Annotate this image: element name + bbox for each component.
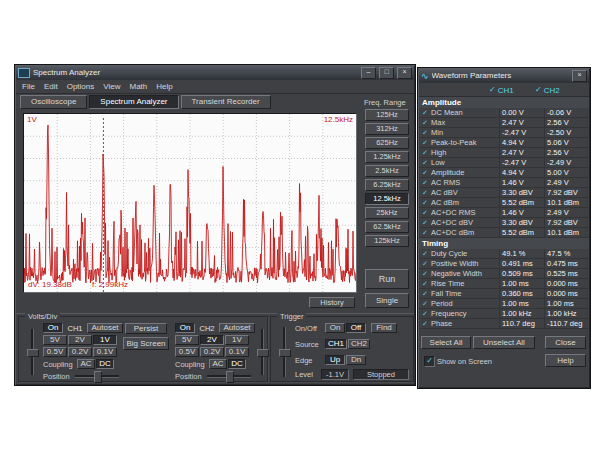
param-row-peak-to-peak[interactable]: ✓Peak-to-Peak4.94 V5.06 V xyxy=(419,138,589,148)
trigger-level-slider[interactable] xyxy=(279,327,289,377)
ch2-autoset-button[interactable]: Autoset xyxy=(219,323,255,333)
param-row-amplitude[interactable]: ✓Amplitude4.94 V5.00 V xyxy=(419,168,589,178)
ch2-volts-5v[interactable]: 5V xyxy=(175,335,199,345)
run-button[interactable]: Run xyxy=(365,269,409,289)
ch1-volts-0-1v[interactable]: 0.1V xyxy=(93,347,117,357)
param-row-ac-dbm[interactable]: ✓AC dBm5.52 dBm10.1 dBm xyxy=(419,198,589,208)
menu-options[interactable]: Options xyxy=(67,82,95,91)
unselect-all-button[interactable]: Unselect All xyxy=(473,336,535,349)
ch2-position-slider[interactable] xyxy=(207,371,251,381)
ch2-volts-0-2v[interactable]: 0.2V xyxy=(200,347,224,357)
ch2-coupling-ac[interactable]: AC xyxy=(209,359,227,369)
ch1-check-icon[interactable]: ✓ xyxy=(489,86,496,94)
ch2-volts-1v[interactable]: 1V xyxy=(225,335,249,345)
freq-range-125hz[interactable]: 125Hz xyxy=(365,109,409,121)
history-button[interactable]: History xyxy=(309,297,355,308)
param-check-icon[interactable]: ✓ xyxy=(419,199,431,207)
params-titlebar[interactable]: ∿ Waveform Parameters × xyxy=(419,69,589,83)
param-row-ac-dc-dbv[interactable]: ✓AC+DC dBV3.30 dBV7.92 dBV xyxy=(419,218,589,228)
param-row-period[interactable]: ✓Period1.00 ms1.00 ms xyxy=(419,299,589,309)
maximize-icon[interactable]: □ xyxy=(379,67,394,79)
trigger-find-button[interactable]: Find xyxy=(371,323,397,333)
trigger-on-button[interactable]: On xyxy=(325,323,345,333)
param-check-icon[interactable]: ✓ xyxy=(419,109,431,117)
param-check-icon[interactable]: ✓ xyxy=(419,260,431,268)
trigger-edge-up-button[interactable]: Up xyxy=(325,355,345,365)
help-button[interactable]: Help xyxy=(545,354,586,367)
param-check-icon[interactable]: ✓ xyxy=(419,209,431,217)
freq-range-62-5khz[interactable]: 62.5kHz xyxy=(365,221,409,233)
freq-range-125khz[interactable]: 125kHz xyxy=(365,235,409,247)
freq-range-312hz[interactable]: 312Hz xyxy=(365,123,409,135)
freq-range-1-25khz[interactable]: 1.25kHz xyxy=(365,151,409,163)
ch1-volts-5v[interactable]: 5V xyxy=(43,335,67,345)
param-check-icon[interactable]: ✓ xyxy=(419,219,431,227)
param-check-icon[interactable]: ✓ xyxy=(419,290,431,298)
show-on-screen-checkbox[interactable]: ✓ xyxy=(424,356,435,367)
menu-math[interactable]: Math xyxy=(129,82,147,91)
ch1-volts-1v[interactable]: 1V xyxy=(93,335,117,345)
close-icon[interactable]: × xyxy=(397,67,412,79)
tab-spectrum-analyzer[interactable]: Spectrum Analyzer xyxy=(89,95,178,109)
ch1-volts-2v[interactable]: 2V xyxy=(68,335,92,345)
param-row-ac-dc-rms[interactable]: ✓AC+DC RMS1.46 V2.49 V xyxy=(419,208,589,218)
ch1-coupling-dc[interactable]: DC xyxy=(96,359,114,369)
trigger-edge-dn-button[interactable]: Dn xyxy=(346,355,366,365)
param-row-ac-rms[interactable]: ✓AC RMS1.46 V2.49 V xyxy=(419,178,589,188)
param-row-positive-width[interactable]: ✓Positive Width0.491 ms0.475 ms xyxy=(419,259,589,269)
ch2-volts-2v[interactable]: 2V xyxy=(200,335,224,345)
tab-transient-recorder[interactable]: Transient Recorder xyxy=(181,95,271,109)
ch2-coupling-dc[interactable]: DC xyxy=(228,359,246,369)
menu-file[interactable]: File xyxy=(22,82,35,91)
tab-oscilloscope[interactable]: Oscilloscope xyxy=(20,95,87,109)
param-check-icon[interactable]: ✓ xyxy=(419,229,431,237)
param-row-rise-time[interactable]: ✓Rise Time1.00 ms0.000 ms xyxy=(419,279,589,289)
ch1-volts-0-5v[interactable]: 0.5V xyxy=(43,347,67,357)
param-row-min[interactable]: ✓Min-2.47 V-2.50 V xyxy=(419,128,589,138)
param-check-icon[interactable]: ✓ xyxy=(419,189,431,197)
params-close-icon[interactable]: × xyxy=(572,70,587,82)
param-check-icon[interactable]: ✓ xyxy=(419,159,431,167)
trigger-source-ch2-button[interactable]: CH2 xyxy=(348,339,370,349)
ch2-position-vslider[interactable] xyxy=(257,329,267,375)
trigger-source-ch1-button[interactable]: CH1 xyxy=(325,339,347,349)
param-check-icon[interactable]: ✓ xyxy=(419,119,431,127)
close-button[interactable]: Close xyxy=(545,336,586,349)
select-all-button[interactable]: Select All xyxy=(421,336,471,349)
minimize-icon[interactable]: – xyxy=(361,67,376,79)
single-button[interactable]: Single xyxy=(365,293,409,308)
ch1-position-vslider[interactable] xyxy=(27,329,37,375)
menu-view[interactable]: View xyxy=(103,82,120,91)
param-row-frequency[interactable]: ✓Frequency1.00 kHz1.00 kHz xyxy=(419,309,589,319)
param-check-icon[interactable]: ✓ xyxy=(419,169,431,177)
param-row-phase[interactable]: ✓Phase110.7 deg-110.7 deg xyxy=(419,319,589,329)
param-check-icon[interactable]: ✓ xyxy=(419,139,431,147)
ch1-on-button[interactable]: On xyxy=(43,323,63,333)
param-row-negative-width[interactable]: ✓Negative Width0.509 ms0.525 ms xyxy=(419,269,589,279)
param-check-icon[interactable]: ✓ xyxy=(419,270,431,278)
ch2-check-icon[interactable]: ✓ xyxy=(535,86,542,94)
param-check-icon[interactable]: ✓ xyxy=(419,129,431,137)
param-row-ac-dbv[interactable]: ✓AC dBV3.30 dBV7.92 dBV xyxy=(419,188,589,198)
param-row-max[interactable]: ✓Max2.47 V2.56 V xyxy=(419,118,589,128)
ch1-position-slider[interactable] xyxy=(75,371,119,381)
param-check-icon[interactable]: ✓ xyxy=(419,149,431,157)
ch2-on-button[interactable]: On xyxy=(175,323,195,333)
ch1-coupling-ac[interactable]: AC xyxy=(77,359,95,369)
menu-edit[interactable]: Edit xyxy=(44,82,58,91)
param-row-high[interactable]: ✓High2.47 V2.56 V xyxy=(419,148,589,158)
param-check-icon[interactable]: ✓ xyxy=(419,250,431,258)
freq-range-2-5khz[interactable]: 2.5kHz xyxy=(365,165,409,177)
freq-range-6-25khz[interactable]: 6.25kHz xyxy=(365,179,409,191)
big-screen-button[interactable]: Big Screen xyxy=(123,337,169,350)
ch1-volts-0-2v[interactable]: 0.2V xyxy=(68,347,92,357)
ch2-volts-0-5v[interactable]: 0.5V xyxy=(175,347,199,357)
param-row-fall-time[interactable]: ✓Fall Time0.360 ms0.000 ms xyxy=(419,289,589,299)
param-check-icon[interactable]: ✓ xyxy=(419,280,431,288)
menu-help[interactable]: Help xyxy=(156,82,172,91)
freq-range-25khz[interactable]: 25kHz xyxy=(365,207,409,219)
param-row-ac-dc-dbm[interactable]: ✓AC+DC dBm5.52 dBm10.1 dBm xyxy=(419,228,589,238)
spectrum-titlebar[interactable]: Spectrum Analyzer – □ × xyxy=(16,66,414,80)
param-check-icon[interactable]: ✓ xyxy=(419,300,431,308)
param-check-icon[interactable]: ✓ xyxy=(419,310,431,318)
